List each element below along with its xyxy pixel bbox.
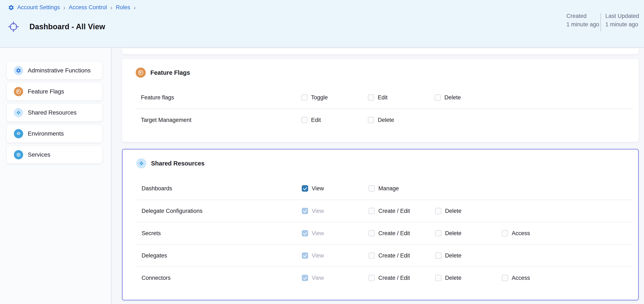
checkbox[interactable] [435,208,442,214]
permission-edit[interactable]: Edit [301,117,368,123]
page-header: Account Settings › Access Control › Role… [0,0,644,48]
section-card-shared-resources: Shared Resources Dashboards View Manage … [122,149,639,300]
resource-label: Feature flags [141,94,301,101]
page-title: Dashboard - All View [30,22,105,31]
breadcrumb-roles[interactable]: Roles [116,4,130,11]
permission-row-feature-flags: Feature flags Toggle Edit Delete [136,86,633,109]
checkbox[interactable] [301,117,308,123]
chevron-right-icon: › [133,5,136,11]
checkbox[interactable] [302,230,308,236]
previous-card-bottom-edge [122,49,639,54]
chevron-right-icon: › [110,5,113,11]
meta-divider [600,13,601,32]
permission-create-edit[interactable]: Create / Edit [368,208,435,214]
last-updated-label: Last Updated [605,12,639,20]
resource-label: Delegate Configurations [142,208,302,214]
flag-icon [136,68,146,78]
breadcrumb-access-control[interactable]: Access Control [69,4,107,11]
sidebar-item-label: Adminstrative Functions [28,67,91,74]
permission-row-target-management: Target Management Edit Delete [136,109,633,131]
last-updated-meta: Last Updated 1 minute ago [605,12,639,29]
permission-view[interactable]: View [302,230,368,237]
checkbox[interactable] [434,94,441,101]
permission-row-delegate-configurations: Delegate Configurations View Create / Ed… [137,200,632,222]
sidebar-item-shared-resources[interactable]: Shared Resources [7,104,102,121]
permission-view[interactable]: View [302,208,368,214]
checkbox[interactable] [502,275,508,281]
checkbox[interactable] [368,94,374,101]
checkbox[interactable] [435,230,442,236]
permission-delete[interactable]: Delete [434,94,501,101]
sidebar-item-feature-flags[interactable]: Feature Flags [7,83,102,100]
permission-create-edit[interactable]: Create / Edit [368,252,435,259]
permission-toggle[interactable]: Toggle [301,94,368,101]
section-title: Shared Resources [151,160,205,167]
permission-row-delegates: Delegates View Create / Edit Delete [137,244,632,266]
permission-row-dashboards: Dashboards View Manage [137,177,632,200]
resource-label: Delegates [142,252,302,259]
permission-delete[interactable]: Delete [435,252,502,259]
last-updated-value: 1 minute ago [605,20,639,29]
section-header: Shared Resources [122,149,638,177]
permission-edit[interactable]: Edit [368,94,434,101]
created-label: Created [566,12,599,20]
sidebar-item-environments[interactable]: Environments [7,125,102,143]
permission-delete[interactable]: Delete [435,275,502,281]
checkbox[interactable] [302,185,308,192]
resource-label: Connectors [142,275,302,281]
checkbox[interactable] [435,252,442,259]
permission-view[interactable]: View [302,275,368,281]
resource-group-sidebar: Adminstrative Functions Feature Flags Sh… [0,48,112,304]
checkbox[interactable] [368,185,375,192]
diamond-grid-icon [136,158,146,168]
section-card-feature-flags: Feature Flags Feature flags Toggle Edit … [122,59,639,142]
permission-delete[interactable]: Delete [435,208,502,214]
checkbox[interactable] [368,275,375,281]
sidebar-item-label: Environments [28,130,64,137]
permission-delete[interactable]: Delete [368,117,434,123]
permission-row-secrets: Secrets View Create / Edit Delete Access [137,222,632,244]
permission-create-edit[interactable]: Create / Edit [368,230,435,237]
checkbox[interactable] [301,94,308,101]
resource-label: Target Management [141,117,301,123]
permission-create-edit[interactable]: Create / Edit [368,275,435,281]
checkbox[interactable] [368,230,375,236]
gear-icon [14,66,23,75]
sidebar-item-adminstrative-functions[interactable]: Adminstrative Functions [7,62,102,79]
layers-icon [14,129,23,138]
permission-access[interactable]: Access [502,230,632,237]
resource-label: Dashboards [142,185,302,192]
sidebar-item-services[interactable]: Services [7,146,102,164]
checkbox[interactable] [368,117,374,123]
permission-view[interactable]: View [302,252,368,259]
sidebar-item-label: Services [28,151,50,158]
breadcrumb: Account Settings › Access Control › Role… [8,4,136,11]
flag-icon [14,87,23,96]
permission-row-connectors: Connectors View Create / Edit Delete Acc… [137,266,632,289]
sidebar-item-label: Feature Flags [28,88,64,95]
created-meta: Created 1 minute ago [566,12,599,29]
checkbox[interactable] [368,252,375,259]
created-value: 1 minute ago [566,20,599,29]
checkbox[interactable] [302,252,308,259]
checkbox[interactable] [368,208,375,214]
hexagon-icon [14,150,23,159]
checkbox[interactable] [302,275,308,281]
title-row: Dashboard - All View [8,21,105,33]
permissions-panel: Feature Flags Feature flags Toggle Edit … [112,48,644,304]
permission-view[interactable]: View [302,185,368,192]
checkbox[interactable] [435,275,442,281]
crosshair-icon [8,21,19,33]
sidebar-item-label: Shared Resources [28,109,76,116]
permission-manage[interactable]: Manage [368,185,435,192]
permission-access[interactable]: Access [502,275,632,281]
permission-delete[interactable]: Delete [435,230,502,237]
diamond-grid-icon [14,108,23,117]
checkbox[interactable] [302,208,308,214]
section-title: Feature Flags [150,69,190,76]
checkbox[interactable] [502,230,508,236]
breadcrumb-account-settings[interactable]: Account Settings [17,4,60,11]
section-header: Feature Flags [122,59,639,86]
gear-icon [8,5,14,11]
resource-label: Secrets [142,230,302,237]
